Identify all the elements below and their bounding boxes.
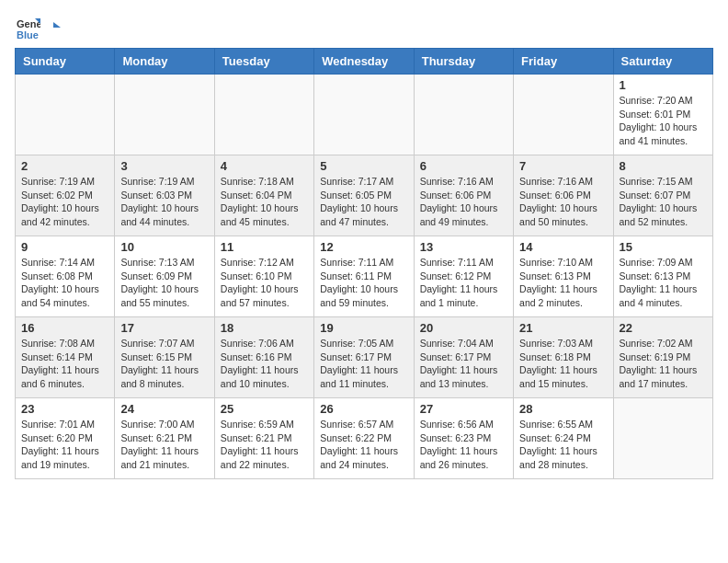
calendar-cell: 17Sunrise: 7:07 AM Sunset: 6:15 PM Dayli… [115, 317, 214, 398]
day-info: Sunrise: 7:10 AM Sunset: 6:13 PM Dayligh… [519, 256, 607, 310]
day-number: 6 [420, 159, 507, 173]
calendar-week-row: 2Sunrise: 7:19 AM Sunset: 6:02 PM Daylig… [16, 155, 713, 236]
day-number: 12 [320, 240, 407, 254]
weekday-header-thursday: Thursday [414, 49, 513, 75]
day-info: Sunrise: 7:06 AM Sunset: 6:16 PM Dayligh… [221, 337, 308, 391]
day-info: Sunrise: 7:09 AM Sunset: 6:13 PM Dayligh… [620, 256, 707, 310]
day-number: 27 [420, 402, 507, 416]
calendar-cell: 7Sunrise: 7:16 AM Sunset: 6:06 PM Daylig… [514, 155, 613, 236]
day-info: Sunrise: 6:55 AM Sunset: 6:24 PM Dayligh… [519, 418, 607, 472]
logo: General Blue [15, 15, 61, 40]
day-info: Sunrise: 7:19 AM Sunset: 6:03 PM Dayligh… [120, 175, 208, 229]
calendar-cell: 21Sunrise: 7:03 AM Sunset: 6:18 PM Dayli… [514, 317, 613, 398]
day-number: 16 [21, 321, 108, 335]
day-info: Sunrise: 7:11 AM Sunset: 6:11 PM Dayligh… [320, 256, 407, 310]
day-info: Sunrise: 7:18 AM Sunset: 6:04 PM Dayligh… [221, 175, 308, 229]
day-info: Sunrise: 7:11 AM Sunset: 6:12 PM Dayligh… [420, 256, 507, 310]
weekday-header-monday: Monday [115, 49, 214, 75]
day-info: Sunrise: 6:59 AM Sunset: 6:21 PM Dayligh… [221, 418, 308, 472]
logo-flag-icon [46, 20, 61, 35]
day-info: Sunrise: 7:00 AM Sunset: 6:21 PM Dayligh… [120, 418, 208, 472]
day-info: Sunrise: 7:20 AM Sunset: 6:01 PM Dayligh… [620, 94, 707, 148]
day-info: Sunrise: 7:15 AM Sunset: 6:07 PM Dayligh… [620, 175, 707, 229]
calendar-cell: 19Sunrise: 7:05 AM Sunset: 6:17 PM Dayli… [314, 317, 414, 398]
day-info: Sunrise: 7:07 AM Sunset: 6:15 PM Dayligh… [120, 337, 208, 391]
calendar-cell [514, 75, 613, 155]
calendar-cell [414, 75, 513, 155]
day-info: Sunrise: 7:19 AM Sunset: 6:02 PM Dayligh… [21, 175, 108, 229]
day-number: 23 [21, 402, 108, 416]
day-number: 19 [320, 321, 407, 335]
calendar-cell: 9Sunrise: 7:14 AM Sunset: 6:08 PM Daylig… [16, 236, 115, 317]
calendar-week-row: 9Sunrise: 7:14 AM Sunset: 6:08 PM Daylig… [16, 236, 713, 317]
day-info: Sunrise: 7:17 AM Sunset: 6:05 PM Dayligh… [320, 175, 407, 229]
day-info: Sunrise: 7:13 AM Sunset: 6:09 PM Dayligh… [120, 256, 208, 310]
day-info: Sunrise: 7:12 AM Sunset: 6:10 PM Dayligh… [221, 256, 308, 310]
day-info: Sunrise: 7:05 AM Sunset: 6:17 PM Dayligh… [320, 337, 407, 391]
calendar-table: SundayMondayTuesdayWednesdayThursdayFrid… [15, 48, 713, 479]
calendar-cell: 27Sunrise: 6:56 AM Sunset: 6:23 PM Dayli… [414, 398, 513, 479]
calendar-cell: 22Sunrise: 7:02 AM Sunset: 6:19 PM Dayli… [613, 317, 712, 398]
calendar-cell: 25Sunrise: 6:59 AM Sunset: 6:21 PM Dayli… [214, 398, 313, 479]
calendar-cell: 3Sunrise: 7:19 AM Sunset: 6:03 PM Daylig… [115, 155, 214, 236]
calendar-cell [613, 398, 712, 479]
day-number: 10 [120, 240, 208, 254]
day-number: 21 [519, 321, 607, 335]
calendar-cell [16, 75, 115, 155]
day-info: Sunrise: 6:56 AM Sunset: 6:23 PM Dayligh… [420, 418, 507, 472]
day-number: 28 [519, 402, 607, 416]
calendar-cell: 20Sunrise: 7:04 AM Sunset: 6:17 PM Dayli… [414, 317, 513, 398]
calendar-cell: 15Sunrise: 7:09 AM Sunset: 6:13 PM Dayli… [613, 236, 712, 317]
calendar-cell: 13Sunrise: 7:11 AM Sunset: 6:12 PM Dayli… [414, 236, 513, 317]
calendar-cell: 10Sunrise: 7:13 AM Sunset: 6:09 PM Dayli… [115, 236, 214, 317]
weekday-header-friday: Friday [514, 49, 613, 75]
day-number: 24 [120, 402, 208, 416]
calendar-cell: 4Sunrise: 7:18 AM Sunset: 6:04 PM Daylig… [214, 155, 313, 236]
calendar-cell: 1Sunrise: 7:20 AM Sunset: 6:01 PM Daylig… [613, 75, 712, 155]
calendar-cell: 26Sunrise: 6:57 AM Sunset: 6:22 PM Dayli… [314, 398, 414, 479]
day-number: 7 [519, 159, 607, 173]
day-info: Sunrise: 7:01 AM Sunset: 6:20 PM Dayligh… [21, 418, 108, 472]
calendar-week-row: 16Sunrise: 7:08 AM Sunset: 6:14 PM Dayli… [16, 317, 713, 398]
svg-text:Blue: Blue [17, 29, 39, 40]
day-number: 26 [320, 402, 407, 416]
day-info: Sunrise: 7:04 AM Sunset: 6:17 PM Dayligh… [420, 337, 507, 391]
calendar-cell: 6Sunrise: 7:16 AM Sunset: 6:06 PM Daylig… [414, 155, 513, 236]
day-info: Sunrise: 6:57 AM Sunset: 6:22 PM Dayligh… [320, 418, 407, 472]
day-info: Sunrise: 7:14 AM Sunset: 6:08 PM Dayligh… [21, 256, 108, 310]
day-number: 3 [120, 159, 208, 173]
calendar-cell [115, 75, 214, 155]
calendar-week-row: 1Sunrise: 7:20 AM Sunset: 6:01 PM Daylig… [16, 75, 713, 155]
day-number: 4 [221, 159, 308, 173]
calendar-week-row: 23Sunrise: 7:01 AM Sunset: 6:20 PM Dayli… [16, 398, 713, 479]
calendar-cell [214, 75, 313, 155]
calendar-cell: 14Sunrise: 7:10 AM Sunset: 6:13 PM Dayli… [514, 236, 613, 317]
calendar-cell: 12Sunrise: 7:11 AM Sunset: 6:11 PM Dayli… [314, 236, 414, 317]
calendar-cell: 11Sunrise: 7:12 AM Sunset: 6:10 PM Dayli… [214, 236, 313, 317]
calendar-cell: 23Sunrise: 7:01 AM Sunset: 6:20 PM Dayli… [16, 398, 115, 479]
calendar-cell: 8Sunrise: 7:15 AM Sunset: 6:07 PM Daylig… [613, 155, 712, 236]
weekday-header-tuesday: Tuesday [214, 49, 313, 75]
day-number: 22 [620, 321, 707, 335]
day-number: 14 [519, 240, 607, 254]
day-number: 25 [221, 402, 308, 416]
weekday-header-sunday: Sunday [16, 49, 115, 75]
calendar-cell: 16Sunrise: 7:08 AM Sunset: 6:14 PM Dayli… [16, 317, 115, 398]
day-number: 17 [120, 321, 208, 335]
day-number: 9 [21, 240, 108, 254]
day-number: 15 [620, 240, 707, 254]
logo-icon: General Blue [15, 15, 40, 40]
calendar-cell: 28Sunrise: 6:55 AM Sunset: 6:24 PM Dayli… [514, 398, 613, 479]
day-info: Sunrise: 7:08 AM Sunset: 6:14 PM Dayligh… [21, 337, 108, 391]
calendar-header-row: SundayMondayTuesdayWednesdayThursdayFrid… [16, 49, 713, 75]
day-number: 8 [620, 159, 707, 173]
day-number: 13 [420, 240, 507, 254]
day-number: 5 [320, 159, 407, 173]
calendar-cell: 5Sunrise: 7:17 AM Sunset: 6:05 PM Daylig… [314, 155, 414, 236]
day-info: Sunrise: 7:16 AM Sunset: 6:06 PM Dayligh… [420, 175, 507, 229]
day-number: 11 [221, 240, 308, 254]
calendar-cell: 2Sunrise: 7:19 AM Sunset: 6:02 PM Daylig… [16, 155, 115, 236]
calendar-cell [314, 75, 414, 155]
day-info: Sunrise: 7:02 AM Sunset: 6:19 PM Dayligh… [620, 337, 707, 391]
calendar-cell: 24Sunrise: 7:00 AM Sunset: 6:21 PM Dayli… [115, 398, 214, 479]
